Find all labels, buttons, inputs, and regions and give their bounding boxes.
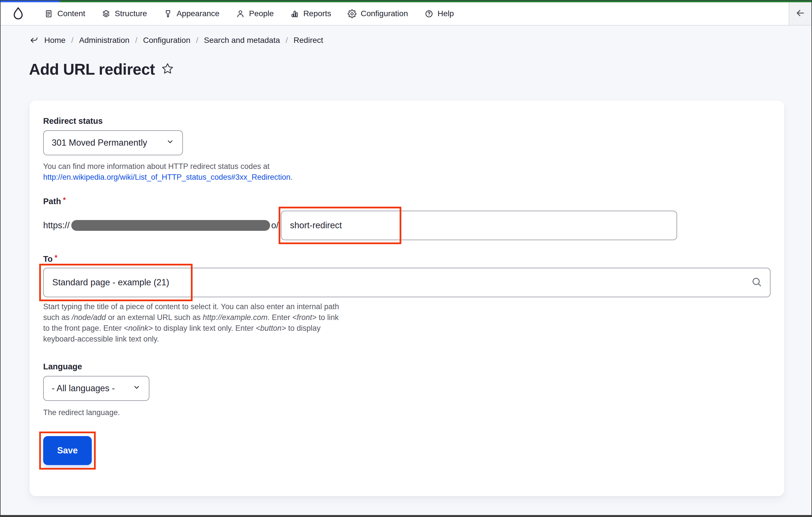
toolbar-item-label: People (249, 9, 274, 18)
toolbar-item-reports[interactable]: Reports (290, 9, 331, 18)
toolbar-item-label: Structure (115, 9, 147, 18)
breadcrumb: Home / Administration / Configuration / … (30, 36, 811, 45)
chevron-down-icon (132, 383, 141, 394)
toolbar-item-label: Configuration (361, 9, 408, 18)
redirect-status-select[interactable]: 301 Moved Permanently (43, 130, 183, 155)
toolbar-item-content[interactable]: Content (44, 9, 85, 18)
path-url-suffix: o/ (271, 220, 279, 231)
star-icon[interactable] (161, 62, 174, 77)
toolbar-item-label: Reports (303, 9, 331, 18)
document-icon (44, 9, 53, 18)
toolbar-item-configuration[interactable]: Configuration (348, 9, 408, 18)
magnifier-icon (751, 276, 762, 289)
bar-chart-icon (290, 9, 299, 18)
breadcrumb-item-redirect[interactable]: Redirect (294, 36, 323, 45)
toolbar-item-help[interactable]: Help (425, 9, 454, 18)
breadcrumb-item-search-and-metadata[interactable]: Search and metadata (204, 36, 280, 45)
main-content: Home / Administration / Configuration / … (1, 36, 811, 496)
path-input[interactable] (281, 211, 677, 240)
redirect-form-card: Redirect status 301 Moved Permanently Yo… (30, 100, 784, 496)
path-field: Path* https://o/ (43, 197, 771, 240)
language-help: The redirect language. (43, 407, 771, 418)
redirect-status-value: 301 Moved Permanently (52, 138, 147, 148)
breadcrumb-item-administration[interactable]: Administration (79, 36, 129, 45)
admin-toolbar: Content Structure Appearance People Repo… (1, 2, 811, 26)
layers-icon (102, 9, 111, 18)
to-field: To* Start typing the title of a piece of… (43, 254, 771, 344)
breadcrumb-separator: / (135, 36, 138, 45)
breadcrumb-separator: / (71, 36, 74, 45)
status-codes-link[interactable]: http://en.wikipedia.org/wiki/List_of_HTT… (43, 173, 290, 181)
path-input-wrap (281, 211, 677, 240)
page-header: Add URL redirect (29, 60, 811, 79)
path-url-prefix: https:// (43, 220, 69, 231)
to-label: To* (43, 254, 771, 264)
required-asterisk: * (63, 196, 66, 204)
redirect-status-help: You can find more information about HTTP… (43, 161, 771, 183)
toolbar-item-label: Appearance (177, 9, 220, 18)
language-select[interactable]: - All languages - (43, 376, 149, 401)
window-bottom-edge (1, 515, 811, 516)
redirect-status-help-suffix: . (290, 173, 293, 181)
person-icon (236, 9, 245, 18)
language-value: - All languages - (52, 383, 115, 394)
breadcrumb-item-home[interactable]: Home (44, 36, 66, 45)
redirect-status-field: Redirect status 301 Moved Permanently Yo… (43, 116, 771, 183)
to-help: Start typing the title of a piece of con… (43, 301, 344, 344)
breadcrumb-separator: / (196, 36, 198, 45)
to-input[interactable] (43, 268, 771, 297)
toolbar-item-appearance[interactable]: Appearance (164, 9, 220, 18)
save-button[interactable]: Save (43, 436, 92, 465)
toolbar-nav: Content Structure Appearance People Repo… (44, 9, 454, 18)
chevron-down-icon (166, 138, 174, 148)
page-title: Add URL redirect (29, 60, 155, 79)
toolbar-item-people[interactable]: People (236, 9, 274, 18)
breadcrumb-separator: / (286, 36, 288, 45)
language-field: Language - All languages - The redirect … (43, 362, 771, 418)
path-label: Path* (43, 197, 771, 206)
save-button-wrap: Save (43, 436, 92, 465)
question-circle-icon (425, 9, 433, 18)
redirect-status-label: Redirect status (43, 116, 771, 126)
required-asterisk: * (55, 253, 57, 262)
toolbar-item-label: Content (57, 9, 85, 18)
language-label: Language (43, 362, 771, 371)
redirect-status-help-text: You can find more information about HTTP… (43, 162, 269, 171)
collapse-toolbar-button[interactable] (789, 2, 811, 25)
toolbar-item-structure[interactable]: Structure (102, 9, 147, 18)
arrow-left-icon (795, 8, 806, 20)
to-input-wrap (43, 268, 771, 297)
breadcrumb-item-configuration[interactable]: Configuration (143, 36, 191, 45)
app-window: Content Structure Appearance People Repo… (0, 0, 812, 517)
return-arrow-icon[interactable] (30, 36, 39, 45)
path-row: https://o/ (43, 211, 771, 240)
redacted-domain-bar (71, 220, 270, 231)
drupal-droplet-icon[interactable] (11, 6, 26, 21)
gear-icon (348, 9, 356, 18)
paintbrush-icon (164, 9, 172, 18)
toolbar-item-label: Help (438, 9, 454, 18)
